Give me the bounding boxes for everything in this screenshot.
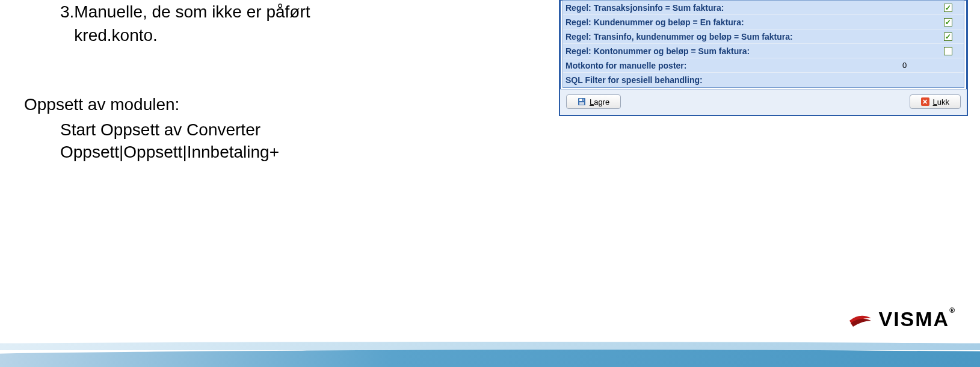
rule-kontonummer-row[interactable]: Regel: Kontonummer og beløp = Sum faktur… xyxy=(563,44,964,58)
slide-text-block: 3. Manuelle, de som ikke er påført kred.… xyxy=(24,0,379,163)
list-body: Manuelle, de som ikke er påført kred.kon… xyxy=(74,0,379,47)
row-label: Regel: Kundenummer og beløp = En faktura… xyxy=(566,17,900,27)
checkbox-icon[interactable]: ✓ xyxy=(944,18,952,26)
row-checkbox-cell: ✓ xyxy=(936,4,960,12)
list-item-3: 3. Manuelle, de som ikke er påført kred.… xyxy=(24,0,379,47)
module-setup-heading: Oppsett av modulen: xyxy=(24,95,379,114)
close-button-label: Lukk xyxy=(933,97,949,106)
dialog-button-bar: Lagre ✕ Lukk xyxy=(560,89,967,115)
save-button[interactable]: Lagre xyxy=(566,94,621,109)
row-checkbox-cell: ✓ xyxy=(936,32,960,41)
row-value[interactable]: 0 xyxy=(900,61,936,70)
visma-logo: VISMA® xyxy=(848,307,956,331)
sql-filter-row[interactable]: SQL Filter for spesiell behandling: xyxy=(563,73,964,87)
visma-swoosh-icon xyxy=(848,311,872,328)
rule-transaksjonsinfo-row[interactable]: Regel: Transaksjonsinfo = Sum faktura: ✓ xyxy=(563,1,964,15)
close-icon: ✕ xyxy=(921,97,929,106)
settings-grid: Regel: Transaksjonsinfo = Sum faktura: ✓… xyxy=(562,0,964,88)
row-checkbox-cell: ✓ xyxy=(936,18,960,26)
list-number: 3. xyxy=(24,0,74,47)
checkbox-icon[interactable]: ✓ xyxy=(944,47,952,55)
visma-logo-text: VISMA® xyxy=(878,307,956,331)
checkbox-icon[interactable]: ✓ xyxy=(944,4,952,12)
row-label: SQL Filter for spesiell behandling: xyxy=(566,75,900,85)
save-button-label: Lagre xyxy=(590,97,609,106)
svg-rect-2 xyxy=(579,102,584,105)
module-setup-instructions: Start Oppsett av Converter Oppsett|Oppse… xyxy=(24,119,379,163)
row-checkbox-cell: ✓ xyxy=(936,47,960,55)
motkonto-row[interactable]: Motkonto for manuelle poster: 0 xyxy=(563,58,964,73)
checkbox-icon[interactable]: ✓ xyxy=(944,32,952,41)
row-label: Motkonto for manuelle poster: xyxy=(566,61,900,70)
row-label: Regel: Transaksjonsinfo = Sum faktura: xyxy=(566,3,900,13)
row-label: Regel: Kontonummer og beløp = Sum faktur… xyxy=(566,46,900,56)
footer-wave-decoration xyxy=(0,333,980,350)
settings-dialog: Regel: Transaksjonsinfo = Sum faktura: ✓… xyxy=(559,0,968,116)
svg-rect-3 xyxy=(582,99,584,101)
close-button[interactable]: ✕ Lukk xyxy=(910,94,961,109)
rule-transinfo-kundenummer-row[interactable]: Regel: Transinfo, kundenummer og beløp =… xyxy=(563,29,964,44)
row-label: Regel: Transinfo, kundenummer og beløp =… xyxy=(566,32,900,42)
save-icon xyxy=(578,97,586,106)
rule-kundenummer-row[interactable]: Regel: Kundenummer og beløp = En faktura… xyxy=(563,15,964,29)
